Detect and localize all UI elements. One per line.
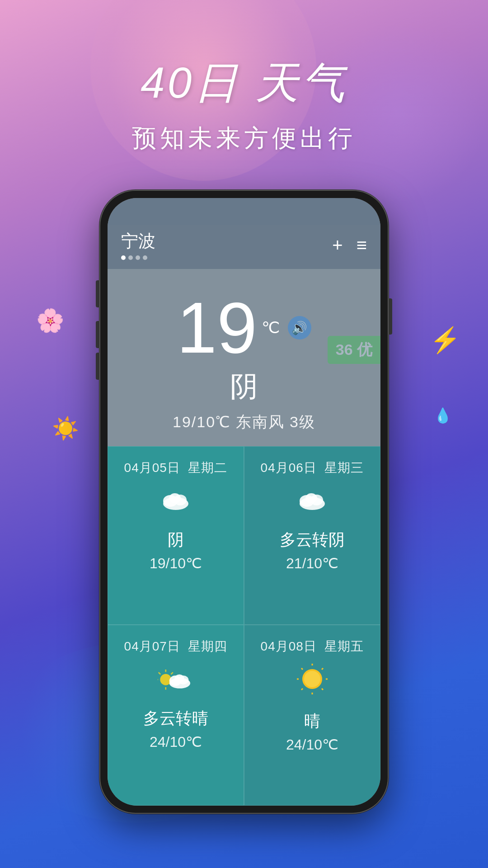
svg-line-25 bbox=[322, 668, 323, 670]
header-actions: + ≡ bbox=[332, 236, 367, 254]
forecast-date-1: 04月05日 星期二 bbox=[124, 459, 228, 476]
svg-line-24 bbox=[301, 668, 303, 670]
forecast-condition-4: 晴 bbox=[304, 710, 320, 732]
svg-point-19 bbox=[304, 671, 320, 687]
svg-point-7 bbox=[305, 493, 317, 503]
city-name: 宁波 bbox=[121, 230, 155, 253]
svg-line-27 bbox=[322, 689, 323, 690]
forecast-date-2: 04月06日 星期三 bbox=[261, 459, 364, 476]
forecast-icon-1 bbox=[158, 485, 194, 521]
forecast-day-4: 04月08日 星期五 bbox=[244, 625, 380, 806]
sun-svg bbox=[296, 663, 328, 695]
forecast-condition-1: 阴 bbox=[168, 529, 184, 551]
droplet-decoration: 💧 bbox=[434, 407, 452, 424]
svg-line-13 bbox=[159, 672, 160, 674]
dot-3 bbox=[136, 255, 140, 260]
forecast-icon-3 bbox=[158, 663, 194, 699]
menu-button[interactable]: ≡ bbox=[357, 236, 367, 254]
forecast-icon-4 bbox=[296, 663, 328, 702]
aqi-container: 36 优 19 ℃ 🔊 bbox=[108, 269, 380, 446]
forecast-date-3: 04月07日 星期四 bbox=[124, 638, 228, 655]
sound-icon: 🔊 bbox=[291, 321, 307, 335]
forecast-icon-2 bbox=[294, 485, 330, 521]
dot-4 bbox=[143, 255, 147, 260]
svg-point-17 bbox=[174, 674, 184, 682]
phone-screen: 宁波 + ≡ 36 优 bbox=[108, 198, 380, 806]
weather-condition: 阴 bbox=[121, 368, 367, 406]
forecast-condition-2: 多云转阴 bbox=[280, 529, 345, 551]
svg-line-12 bbox=[171, 672, 173, 674]
forecast-condition-3: 多云转晴 bbox=[143, 708, 208, 730]
cloud-sun-svg bbox=[158, 665, 194, 692]
sound-button[interactable]: 🔊 bbox=[288, 316, 311, 340]
forecast-day-1: 04月05日 星期二 阴 19/10℃ bbox=[108, 446, 244, 625]
dot-2 bbox=[128, 255, 133, 260]
forecast-grid: 04月05日 星期二 阴 19/10℃ bbox=[108, 446, 380, 806]
forecast-day-3: 04月07日 星期四 bbox=[108, 625, 244, 806]
lightning-decoration: ⚡ bbox=[430, 326, 461, 355]
app-subtitle: 预知未来方便出行 bbox=[0, 122, 488, 155]
phone-frame: 宁波 + ≡ 36 优 bbox=[99, 190, 389, 814]
forecast-temp-1: 19/10℃ bbox=[150, 555, 202, 572]
dot-1 bbox=[121, 255, 126, 260]
svg-line-26 bbox=[301, 689, 303, 690]
forecast-temp-4: 24/10℃ bbox=[286, 736, 338, 753]
flower-decoration: 🌸 bbox=[36, 307, 64, 334]
status-bar bbox=[108, 198, 380, 225]
temperature-row: 19 ℃ 🔊 bbox=[121, 292, 367, 364]
location-dots bbox=[121, 255, 155, 260]
unit-row: ℃ 🔊 bbox=[262, 316, 311, 340]
svg-point-3 bbox=[169, 493, 181, 503]
forecast-temp-2: 21/10℃ bbox=[286, 555, 338, 572]
temperature-unit: ℃ bbox=[262, 318, 280, 337]
cloud-svg-1 bbox=[158, 486, 194, 514]
phone-mockup: 宁波 + ≡ 36 优 bbox=[99, 190, 389, 814]
title-section: 40日 天气 预知未来方便出行 bbox=[0, 54, 488, 155]
forecast-temp-3: 24/10℃ bbox=[150, 733, 202, 750]
city-info: 宁波 bbox=[121, 230, 155, 260]
forecast-day-2: 04月06日 星期三 多云转阴 21/10℃ bbox=[244, 446, 380, 625]
sun-decoration: ☀️ bbox=[52, 416, 79, 441]
add-city-button[interactable]: + bbox=[332, 236, 343, 254]
current-weather-section: 19 ℃ 🔊 阴 19/10℃ 东南风 3级 bbox=[108, 269, 380, 446]
cloud-svg-2 bbox=[294, 486, 330, 514]
unit-condition: ℃ 🔊 bbox=[262, 316, 311, 340]
app-title: 40日 天气 bbox=[0, 54, 488, 113]
temperature-value: 19 bbox=[177, 292, 257, 364]
app-header: 宁波 + ≡ bbox=[108, 225, 380, 269]
weather-detail: 19/10℃ 东南风 3级 bbox=[121, 412, 367, 433]
forecast-date-4: 04月08日 星期五 bbox=[261, 638, 364, 655]
